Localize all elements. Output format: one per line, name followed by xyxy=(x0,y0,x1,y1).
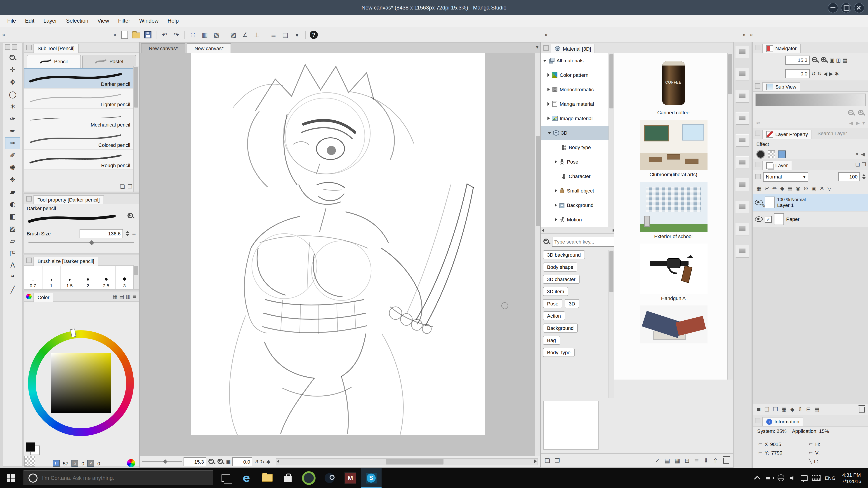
canvas-horizontal-scrollbar[interactable] xyxy=(276,458,538,465)
paper-checkbox[interactable]: ✓ xyxy=(765,216,772,223)
collapsed-palette-button[interactable] xyxy=(736,112,749,125)
main-color-swatch[interactable] xyxy=(26,442,35,452)
zoom-tool[interactable] xyxy=(5,52,20,64)
view-large-icon[interactable]: ⊞ xyxy=(685,457,690,464)
save-button[interactable] xyxy=(143,29,153,40)
opacity-stepper[interactable] xyxy=(862,174,866,180)
brush-size-preset[interactable]: 1.5 xyxy=(61,266,79,289)
canvas-vertical-scrollbar[interactable] xyxy=(535,53,540,456)
close-button[interactable] xyxy=(854,3,864,13)
material-search-input[interactable] xyxy=(552,237,621,247)
store-app[interactable] xyxy=(278,468,298,488)
file-explorer-app[interactable] xyxy=(257,468,278,488)
tag-3d[interactable]: 3D xyxy=(565,299,579,308)
eyedropper-tool[interactable]: ✑ xyxy=(5,113,20,125)
tab-pastel[interactable]: Pastel xyxy=(82,55,136,68)
border-effect-icon[interactable] xyxy=(756,150,765,158)
collapse-left-icon[interactable]: « xyxy=(0,32,7,38)
pen-tool[interactable]: ✒ xyxy=(5,125,20,137)
zoom-out-icon[interactable] xyxy=(208,458,215,465)
tree-body-type[interactable]: Body type xyxy=(541,140,614,155)
fit-to-screen-icon[interactable]: ▣ xyxy=(226,459,231,465)
color-mixer-tab-icon[interactable]: ▥ xyxy=(126,293,131,299)
collapsed-palette-button[interactable] xyxy=(736,156,749,169)
tree-color-pattern[interactable]: Color pattern xyxy=(541,68,614,82)
material-item-clubroom[interactable]: Clubroom(liberal arts) xyxy=(614,115,733,177)
layer-tool-icon[interactable]: ✂ xyxy=(765,185,769,192)
brush-rough-pencil[interactable]: Rough pencil xyxy=(24,150,134,170)
navigator-rotate-value[interactable]: 0.0 xyxy=(785,69,810,78)
move-tool[interactable]: ✛ xyxy=(5,64,20,76)
layer-settings-icon[interactable]: ▤ xyxy=(814,406,819,413)
layer-tool-icon[interactable]: ▤ xyxy=(787,185,793,192)
merge-down-icon[interactable]: ⇩ xyxy=(798,406,802,413)
snap-special-icon[interactable]: ⊥ xyxy=(251,29,262,40)
balloon-tool[interactable]: ❝ xyxy=(5,271,20,283)
collapsed-palette-button[interactable] xyxy=(736,201,749,213)
collapsed-palette-button[interactable] xyxy=(736,178,749,191)
panel-menu-icon[interactable] xyxy=(755,83,761,89)
color-slider-tab-icon[interactable]: ▤ xyxy=(119,293,124,299)
touch-keyboard-button[interactable] xyxy=(810,468,822,488)
cortana-search[interactable] xyxy=(24,470,213,485)
document-tab-1[interactable]: New canvas* xyxy=(141,43,185,53)
help-button[interactable]: ? xyxy=(310,31,318,39)
document-tab-2[interactable]: New canvas* xyxy=(187,43,231,53)
clock[interactable]: 4:31 PM 7/1/2016 xyxy=(838,471,865,484)
view-grid-icon[interactable]: ▦ xyxy=(675,457,680,464)
layer-row-paper[interactable]: ✓ Paper xyxy=(753,212,868,227)
menu-window[interactable]: Window xyxy=(135,16,163,26)
tag-3d-background[interactable]: 3D background xyxy=(543,250,585,259)
text-tool[interactable]: A xyxy=(5,259,20,271)
operation-tool[interactable]: ✥ xyxy=(5,76,20,88)
color-set-button[interactable] xyxy=(127,459,135,467)
brush-colored-pencil[interactable]: Colored pencil xyxy=(24,129,134,150)
action-center-button[interactable] xyxy=(799,468,810,488)
open-file-button[interactable] xyxy=(131,29,142,40)
menu-help[interactable]: Help xyxy=(163,16,183,26)
reset-view-icon[interactable]: ✱ xyxy=(266,459,270,465)
layer-panel-tab[interactable]: Layer xyxy=(762,161,792,170)
tree-monochromatic[interactable]: Monochromatic xyxy=(541,82,614,97)
new-file-button[interactable] xyxy=(119,29,130,40)
material-tree-scrollbar[interactable] xyxy=(609,53,614,227)
blend-mode-select[interactable]: Normal▾ xyxy=(763,172,808,182)
layer-visibility-icon[interactable] xyxy=(755,217,763,222)
brush-size-preset[interactable]: 3 xyxy=(116,266,134,289)
new-folder-icon[interactable]: ❏ xyxy=(545,457,550,464)
material-panel-tab[interactable]: Material [3D] xyxy=(551,44,595,53)
green-app[interactable] xyxy=(298,468,319,488)
combine-layer-icon[interactable]: ◆ xyxy=(790,406,794,413)
invert-selection-icon[interactable]: ▨ xyxy=(228,29,239,40)
panel-menu-icon[interactable] xyxy=(26,196,32,201)
volume-status[interactable] xyxy=(787,468,799,488)
material-item-school[interactable]: Exterior of school xyxy=(614,177,733,239)
tag-body-type[interactable]: Body_type xyxy=(543,348,575,357)
deselect-icon[interactable]: ▧ xyxy=(211,29,222,40)
select-all-icon[interactable]: ▦ xyxy=(199,29,210,40)
new-layer-icon[interactable]: ❏ xyxy=(765,406,770,413)
register-material-icon[interactable]: ⇑ xyxy=(713,457,718,464)
tag-pose[interactable]: Pose xyxy=(543,299,562,308)
tree-3d[interactable]: 3D xyxy=(541,126,614,140)
layer-tool-icon[interactable]: ▽ xyxy=(827,185,831,192)
transform-icon[interactable]: ∷ xyxy=(188,29,198,40)
redo-button[interactable]: ↷ xyxy=(171,29,182,40)
fit-to-screen-icon[interactable]: ▣ xyxy=(830,57,834,63)
manga-studio-app[interactable]: M xyxy=(340,468,361,488)
folder-icon[interactable]: ❐ xyxy=(555,457,560,464)
layer-color-effect-icon[interactable] xyxy=(778,150,786,158)
scroll-left-icon[interactable] xyxy=(277,459,279,463)
material-item-canned-coffee[interactable]: COFFEE Canned coffee xyxy=(614,53,733,115)
view-list-icon[interactable]: ▤ xyxy=(664,457,670,464)
brush-lighter-pencil[interactable]: Lighter pencil xyxy=(24,89,134,109)
edge-app[interactable]: e xyxy=(236,468,257,488)
scroll-right-icon[interactable] xyxy=(534,459,537,463)
tag-bag[interactable]: Bag xyxy=(543,336,560,345)
auto-select-tool[interactable]: ✶ xyxy=(5,101,20,112)
collapse-right-icon[interactable]: » xyxy=(542,32,550,38)
saturation-value[interactable]: 0 xyxy=(82,461,84,466)
zoom-slider[interactable] xyxy=(142,459,182,464)
subtool-panel-tab[interactable]: Sub Tool [Pencil] xyxy=(33,43,79,53)
panel-menu-icon[interactable] xyxy=(755,131,761,136)
